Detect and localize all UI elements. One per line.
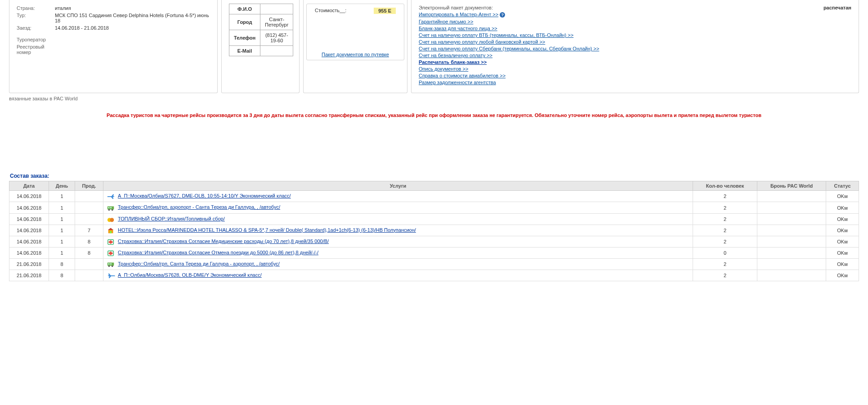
order-blank-private-link[interactable]: Бланк-заказ для частного лица >> xyxy=(419,26,497,31)
cell-date: 14.06.2018 xyxy=(9,191,49,202)
cell-dur: 8 xyxy=(75,236,103,247)
cell-dur xyxy=(75,258,103,270)
bus-icon xyxy=(107,261,115,267)
plane-r-icon xyxy=(107,193,115,199)
cell-book xyxy=(757,202,826,213)
service-link[interactable]: Страховка::Италия/Страховка Согласие Мед… xyxy=(118,238,329,244)
country-lbl: Страна: xyxy=(17,5,55,11)
service-link[interactable]: HOTEL::Изола Росса/MARINEDDA HOTEL THALA… xyxy=(118,227,416,233)
cell-date: 14.06.2018 xyxy=(9,225,49,236)
cell-status: OKм xyxy=(826,236,859,247)
bus-icon xyxy=(107,205,115,211)
table-row: 14.06.201818Страховка::Италия/Страховка … xyxy=(9,236,859,247)
cell-service: Трансфер::Олбиа/грп, аэропорт - Санта Те… xyxy=(103,202,693,213)
table-row: 14.06.20181А_П::Москва/Олбиа/S7627, DME-… xyxy=(9,191,859,202)
cost-val: 955 E xyxy=(374,8,396,14)
cell-day: 8 xyxy=(49,270,75,281)
cell-service: Трансфер::Олбиа/грп, Санта Тереза ди Гал… xyxy=(103,258,693,270)
cell-dur xyxy=(75,191,103,202)
cell-date: 14.06.2018 xyxy=(9,213,49,225)
service-link[interactable]: Трансфер::Олбиа/грп, аэропорт - Санта Те… xyxy=(118,204,280,210)
cell-book xyxy=(757,213,826,225)
cell-book xyxy=(757,225,826,236)
cell-pax: 2 xyxy=(693,236,757,247)
cell-day: 1 xyxy=(49,236,75,247)
service-link[interactable]: Страховка::Италия/Страховка Согласие Отм… xyxy=(118,250,318,255)
invoice-vtb-link[interactable]: Счет на наличную оплату ВТБ (терминалы, … xyxy=(419,32,573,38)
invoice-card-link[interactable]: Счет на наличную оплату любой банковской… xyxy=(419,39,545,45)
service-link[interactable]: А_П::Москва/Олбиа/S7627, DME-OLB, 10:55-… xyxy=(118,193,291,198)
city-val: Санкт-Петербург xyxy=(260,14,293,30)
cell-status: OKм xyxy=(826,247,859,258)
cell-status: OKм xyxy=(826,213,859,225)
ins-icon xyxy=(107,238,115,245)
cell-pax: 2 xyxy=(693,202,757,213)
airticket-cost-link[interactable]: Справка о стоимости авиабилетов >> xyxy=(419,73,506,78)
hotel-icon xyxy=(107,227,115,234)
service-link[interactable]: ТОПЛИВНЫЙ СБОР::Италия/Топливный сбор/ xyxy=(118,216,225,221)
linked-orders-label: вязанные заказы в PAC World xyxy=(0,93,868,104)
cell-service: А_П::Москва/Олбиа/S7627, DME-OLB, 10:55-… xyxy=(103,191,693,202)
plane-l-icon xyxy=(107,272,115,279)
import-master-agent-link[interactable]: Импортировать в Мастер-Агент >> xyxy=(419,12,498,17)
agency-debt-link[interactable]: Размер задолженности агентства xyxy=(419,80,496,85)
city-lbl: Город xyxy=(229,14,260,30)
cell-pax: 2 xyxy=(693,270,757,281)
registry-lbl: Реестровый номер xyxy=(17,44,57,55)
cell-service: ТОПЛИВНЫЙ СБОР::Италия/Топливный сбор/ xyxy=(103,213,693,225)
phone-lbl: Телефон xyxy=(229,30,260,46)
cell-service: Страховка::Италия/Страховка Согласие Мед… xyxy=(103,236,693,247)
help-icon[interactable]: ? xyxy=(500,12,505,18)
service-link[interactable]: А_П::Олбиа/Москва/S7628, OLB-DME/Y Эконо… xyxy=(118,272,262,278)
fio-val xyxy=(260,4,293,14)
cell-pax: 2 xyxy=(693,225,757,236)
col-pax: Кол-во человек xyxy=(693,181,757,191)
cost-lbl: Стоимость__: xyxy=(315,8,346,14)
docs-head-val: распечатан xyxy=(823,5,851,10)
guarantee-letter-link[interactable]: Гарантийное письмо >> xyxy=(419,19,473,24)
cell-date: 14.06.2018 xyxy=(9,236,49,247)
email-lbl: E-Mail xyxy=(229,46,260,56)
checkin-lbl: Заезд: xyxy=(17,25,55,31)
service-link[interactable]: Трансфер::Олбиа/грп, Санта Тереза ди Гал… xyxy=(118,261,280,266)
cell-book xyxy=(757,191,826,202)
order-table: Дата День Прод. Услуги Кол-во человек Бр… xyxy=(9,181,859,281)
cell-day: 1 xyxy=(49,213,75,225)
table-row: 14.06.20181Трансфер::Олбиа/грп, аэропорт… xyxy=(9,202,859,213)
email-val xyxy=(260,46,293,56)
invoice-sber-link[interactable]: Счет на наличную оплату Сбербанк (термин… xyxy=(419,46,599,51)
cell-day: 1 xyxy=(49,225,75,236)
doc-list-link[interactable]: Опись документов >> xyxy=(419,66,468,72)
table-row: 21.06.20188Трансфер::Олбиа/грп, Санта Те… xyxy=(9,258,859,270)
print-blank-link[interactable]: Распечатать бланк-заказ >> xyxy=(419,59,487,65)
cell-dur xyxy=(75,202,103,213)
col-status: Статус xyxy=(826,181,859,191)
cell-dur xyxy=(75,213,103,225)
cell-pax: 2 xyxy=(693,213,757,225)
table-row: 14.06.201818Страховка::Италия/Страховка … xyxy=(9,247,859,258)
tour-val: МСК СПО 151 Сардиния Север Delphina Hote… xyxy=(55,13,210,23)
cell-dur xyxy=(75,270,103,281)
cell-day: 8 xyxy=(49,258,75,270)
cell-book xyxy=(757,270,826,281)
cell-date: 14.06.2018 xyxy=(9,202,49,213)
cell-day: 1 xyxy=(49,202,75,213)
cell-pax: 2 xyxy=(693,258,757,270)
package-docs-link[interactable]: Пакет документов по путевке xyxy=(322,52,389,57)
table-row: 21.06.20188А_П::Олбиа/Москва/S7628, OLB-… xyxy=(9,270,859,281)
cell-status: OKм xyxy=(826,270,859,281)
cell-service: А_П::Олбиа/Москва/S7628, OLB-DME/Y Эконо… xyxy=(103,270,693,281)
cell-book xyxy=(757,258,826,270)
phone-val: (812) 457-19-60 xyxy=(260,30,293,46)
cell-date: 14.06.2018 xyxy=(9,247,49,258)
cell-day: 1 xyxy=(49,247,75,258)
cost-box: Стоимость__: 955 E Пакет документов по п… xyxy=(306,4,404,60)
cell-status: OKм xyxy=(826,191,859,202)
documents-pane: Электронный пакет документов: распечатан… xyxy=(411,0,859,93)
cell-pax: 2 xyxy=(693,191,757,202)
cell-service: Страховка::Италия/Страховка Согласие Отм… xyxy=(103,247,693,258)
invoice-bank-link[interactable]: Счет на безналичную оплату >> xyxy=(419,53,492,58)
table-row: 14.06.20181ТОПЛИВНЫЙ СБОР::Италия/Топлив… xyxy=(9,213,859,225)
cell-book xyxy=(757,247,826,258)
contact-table: Ф.И.О ГородСанкт-Петербург Телефон(812) … xyxy=(229,4,293,56)
